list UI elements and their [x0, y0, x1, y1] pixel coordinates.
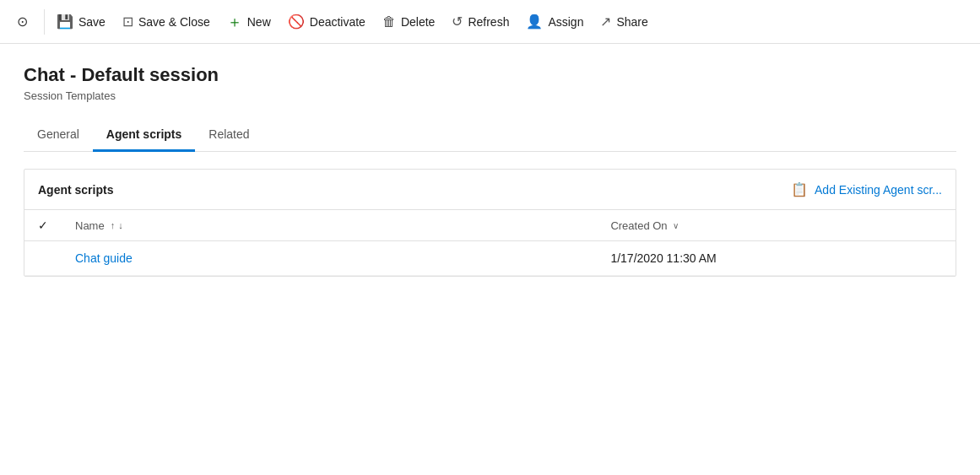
checkmark-icon: ✓ — [38, 219, 48, 232]
share-button[interactable]: ↗ Share — [592, 8, 656, 35]
created-col-label: Created On — [610, 219, 667, 232]
refresh-icon: ↺ — [452, 13, 463, 30]
agent-scripts-table: ✓ Name ↑ ↓ Created On ∨ — [24, 210, 956, 276]
new-button[interactable]: ＋ New — [219, 7, 279, 37]
toolbar-divider-1 — [44, 9, 45, 35]
save-button[interactable]: 💾 Save — [48, 8, 114, 35]
tab-agent-scripts[interactable]: Agent scripts — [93, 119, 195, 152]
new-label: New — [247, 15, 271, 29]
page-content: Chat - Default session Session Templates… — [0, 44, 980, 277]
row-name-cell: Chat guide — [62, 241, 597, 276]
row-check-cell[interactable] — [24, 241, 62, 276]
chat-guide-link[interactable]: Chat guide — [75, 251, 133, 265]
name-col-label: Name — [75, 219, 105, 232]
assign-button[interactable]: 👤 Assign — [517, 8, 592, 35]
delete-label: Delete — [401, 15, 435, 29]
share-icon: ↗ — [600, 13, 611, 30]
save-label: Save — [79, 15, 106, 29]
nav-back-icon: ⊙ — [17, 13, 28, 30]
table-header-row: ✓ Name ↑ ↓ Created On ∨ — [24, 210, 956, 241]
name-sort-up-icon: ↑ — [111, 220, 116, 230]
page-subtitle: Session Templates — [24, 89, 956, 102]
share-label: Share — [616, 15, 647, 29]
section-title: Agent scripts — [38, 183, 113, 197]
tab-general[interactable]: General — [24, 119, 93, 152]
table-row: Chat guide 1/17/2020 11:30 AM — [24, 241, 956, 276]
assign-label: Assign — [548, 15, 583, 29]
toolbar: ⊙ 💾 Save ⊡ Save & Close ＋ New 🚫 Deactiva… — [0, 0, 980, 44]
tabs: General Agent scripts Related — [24, 119, 956, 152]
created-sort-chevron-icon: ∨ — [673, 221, 679, 230]
assign-icon: 👤 — [526, 13, 543, 30]
delete-button[interactable]: 🗑 Delete — [374, 9, 443, 35]
add-existing-button[interactable]: 📋 Add Existing Agent scr... — [791, 181, 942, 197]
name-sort-down-icon: ↓ — [118, 220, 123, 230]
page-title: Chat - Default session — [24, 64, 956, 86]
select-all-header[interactable]: ✓ — [24, 210, 62, 241]
deactivate-button[interactable]: 🚫 Deactivate — [279, 8, 374, 35]
save-icon: 💾 — [57, 13, 73, 30]
deactivate-icon: 🚫 — [288, 13, 305, 30]
created-on-column-header[interactable]: Created On ∨ — [597, 210, 956, 241]
section-header: Agent scripts 📋 Add Existing Agent scr..… — [24, 170, 956, 210]
add-existing-label: Add Existing Agent scr... — [815, 183, 942, 197]
row-created-on-cell: 1/17/2020 11:30 AM — [597, 241, 956, 276]
refresh-label: Refresh — [468, 15, 509, 29]
created-col-header-inner[interactable]: Created On ∨ — [610, 219, 942, 232]
name-col-header-inner[interactable]: Name ↑ ↓ — [75, 219, 583, 232]
agent-scripts-section: Agent scripts 📋 Add Existing Agent scr..… — [24, 169, 956, 277]
tab-related[interactable]: Related — [195, 119, 263, 152]
delete-icon: 🗑 — [382, 14, 396, 30]
save-close-button[interactable]: ⊡ Save & Close — [114, 8, 219, 35]
name-column-header[interactable]: Name ↑ ↓ — [62, 210, 597, 241]
add-existing-icon: 📋 — [791, 181, 808, 197]
refresh-button[interactable]: ↺ Refresh — [443, 8, 517, 35]
save-close-label: Save & Close — [138, 15, 210, 29]
save-close-icon: ⊡ — [122, 13, 133, 30]
deactivate-label: Deactivate — [310, 15, 365, 29]
new-icon: ＋ — [227, 12, 242, 32]
nav-back-button[interactable]: ⊙ — [7, 7, 37, 37]
